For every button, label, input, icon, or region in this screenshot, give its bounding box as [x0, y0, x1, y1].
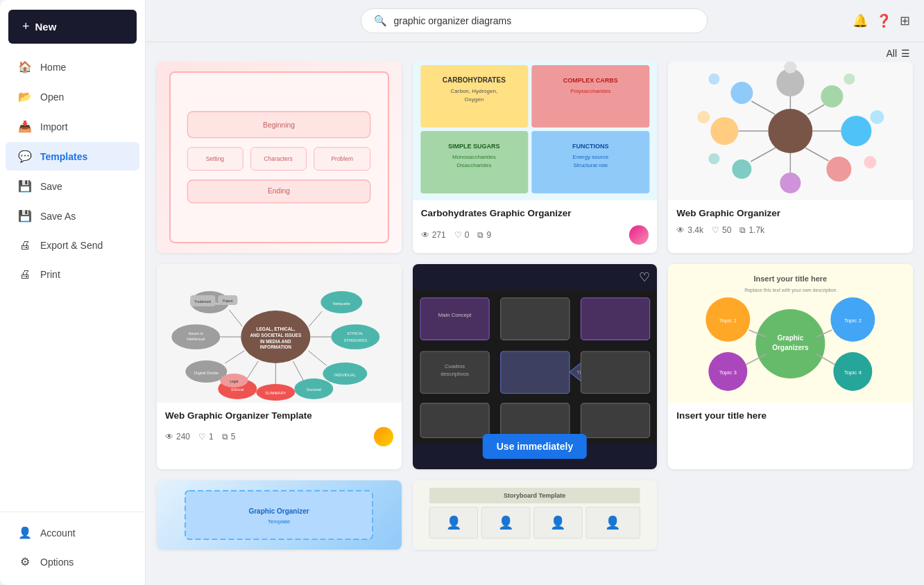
- search-icon: 🔍: [374, 15, 387, 27]
- sidebar-item-print[interactable]: 🖨 Print: [6, 261, 139, 288]
- template-stats-mindmap: 👁 240 ♡ 1 ⧉ 5: [165, 432, 235, 442]
- filter-bar: All ☰: [146, 42, 924, 62]
- export-label: Export & Send: [40, 240, 103, 251]
- storyboard-svg: Storyboard Template 👤 👤 👤 👤: [425, 484, 644, 546]
- help-icon[interactable]: ❓: [876, 13, 891, 28]
- svg-point-48: [864, 156, 877, 168]
- template-title-insert: Insert your title here: [676, 410, 905, 422]
- template-card-carbohydrates[interactable]: CARBOHYDRATES Carbon, Hydrogen, Oxygen S…: [413, 62, 658, 253]
- template-info-mindmap: Web Graphic Organizer Template 👁 240 ♡ 1…: [157, 403, 402, 455]
- copies-stat: ⧉ 1.7k: [739, 225, 764, 235]
- sidebar-item-templates[interactable]: 💬 Templates: [6, 142, 139, 171]
- template-card-partial-blue[interactable]: Graphic Organizer Template: [157, 480, 402, 550]
- author-avatar-mindmap: [374, 427, 393, 446]
- copies-count: 1.7k: [748, 225, 764, 235]
- template-card-personal-narratives[interactable]: Beginning Setting Characters Problem End…: [157, 62, 402, 253]
- eye-icon: 👁: [165, 432, 173, 442]
- svg-text:Netiquette: Netiquette: [333, 302, 350, 306]
- eye-icon: 👁: [676, 225, 685, 235]
- svg-text:descriptivos: descriptivos: [440, 371, 469, 377]
- template-card-insert-title[interactable]: Insert your title here Replace this text…: [668, 264, 913, 469]
- template-thumb-dark: Main Concept Cuadros descriptivos TEMAS …: [413, 264, 658, 469]
- sidebar-item-save-as[interactable]: 💾 Save As: [6, 202, 139, 230]
- sidebar-item-home[interactable]: 🏠 Home: [6, 53, 139, 81]
- svg-text:Topic 3: Topic 3: [719, 369, 737, 376]
- svg-text:Digital Divide: Digital Divide: [194, 371, 219, 375]
- svg-text:👤: 👤: [498, 514, 514, 530]
- svg-text:SIMPLE SUGARS: SIMPLE SUGARS: [448, 143, 500, 150]
- sidebar-item-save[interactable]: 💾 Save: [6, 172, 139, 200]
- header-icons: 🔔 ❓ ⊞: [853, 13, 910, 28]
- svg-point-31: [841, 116, 872, 146]
- save-icon: 💾: [18, 180, 32, 193]
- svg-text:Polysaccharides: Polysaccharides: [570, 88, 610, 94]
- likes-stat: ♡ 1: [198, 432, 214, 442]
- search-bar[interactable]: 🔍: [361, 8, 708, 33]
- templates-grid: Beginning Setting Characters Problem End…: [146, 62, 924, 585]
- save-as-icon: 💾: [18, 209, 32, 222]
- apps-icon[interactable]: ⊞: [900, 13, 910, 28]
- sidebar-item-account[interactable]: 👤 Account: [6, 518, 139, 547]
- heart-icon: ♡: [712, 225, 719, 235]
- partial-blue-thumb: Graphic Organizer Template: [157, 480, 402, 550]
- likes-count: 0: [465, 230, 470, 240]
- new-button[interactable]: + New: [8, 10, 137, 44]
- svg-point-34: [733, 159, 752, 179]
- sidebar-item-export[interactable]: 🖨 Export & Send: [6, 232, 139, 259]
- svg-text:Legal: Legal: [230, 379, 238, 383]
- use-immediately-button[interactable]: Use immediately: [483, 434, 588, 459]
- web-large-svg: [668, 62, 913, 200]
- sidebar-item-open[interactable]: 📂 Open: [6, 82, 139, 111]
- svg-text:Template: Template: [268, 518, 291, 525]
- views-count: 3.4k: [687, 225, 703, 235]
- notification-icon[interactable]: 🔔: [853, 13, 868, 28]
- template-card-web-large[interactable]: Web Graphic Organizer 👁 3.4k ♡ 50 ⧉: [668, 62, 913, 253]
- sidebar-item-import[interactable]: 📥 Import: [6, 112, 139, 141]
- sidebar-item-options[interactable]: ⚙ Options: [6, 548, 139, 576]
- template-card-web-template[interactable]: LEGAL, ETHICAL, AND SOCIETAL ISSUES IN M…: [157, 264, 402, 469]
- save-label: Save: [40, 181, 62, 192]
- stats-row-mindmap: 👁 240 ♡ 1 ⧉ 5: [165, 427, 393, 446]
- sidebar: + New 🏠 Home 📂 Open 📥 Import 💬 Templates…: [0, 0, 146, 585]
- search-input[interactable]: [394, 15, 694, 26]
- views-stat: 👁 240: [165, 432, 190, 442]
- print-label: Print: [40, 269, 60, 280]
- template-card-graphic-organizers[interactable]: Main Concept Cuadros descriptivos TEMAS …: [413, 264, 658, 469]
- copies-stat: ⧉ 5: [222, 432, 236, 442]
- open-label: Open: [40, 91, 64, 103]
- template-title-carbo: Carbohydrates Graphic Organizer: [421, 207, 649, 220]
- header: 🔍 🔔 ❓ ⊞: [146, 0, 924, 42]
- svg-text:Ethical: Ethical: [231, 387, 243, 392]
- svg-text:SUMMARY: SUMMARY: [265, 391, 286, 395]
- svg-text:Graphic Organizer: Graphic Organizer: [249, 507, 309, 515]
- svg-point-50: [698, 111, 710, 123]
- svg-text:Main Concept: Main Concept: [438, 312, 472, 318]
- favorite-heart-icon[interactable]: ♡: [639, 270, 650, 285]
- svg-text:Beginning: Beginning: [263, 121, 295, 129]
- svg-point-71: [331, 324, 379, 349]
- svg-rect-107: [581, 403, 649, 437]
- svg-text:Carbon, Hydrogen,: Carbon, Hydrogen,: [450, 88, 497, 94]
- options-icon: ⚙: [18, 555, 32, 568]
- svg-text:Disaccharides: Disaccharides: [456, 162, 491, 168]
- views-stat: 👁 3.4k: [676, 225, 703, 235]
- svg-text:Issues in: Issues in: [188, 331, 203, 335]
- import-label: Import: [40, 121, 68, 132]
- heart-icon: ♡: [454, 230, 462, 240]
- svg-text:Patent: Patent: [223, 299, 233, 303]
- home-label: Home: [40, 62, 66, 73]
- mindmap-svg: LEGAL, ETHICAL, AND SOCIETAL ISSUES IN M…: [157, 264, 402, 403]
- svg-text:INFORMATION: INFORMATION: [260, 344, 292, 349]
- author-avatar-carbo: [629, 225, 649, 245]
- svg-text:Ending: Ending: [268, 187, 290, 195]
- svg-rect-94: [420, 297, 489, 340]
- svg-rect-97: [581, 297, 649, 340]
- svg-text:IN MEDIA AND: IN MEDIA AND: [260, 339, 291, 344]
- svg-text:Cuadros: Cuadros: [445, 363, 465, 369]
- filter-all-button[interactable]: All ☰: [886, 48, 910, 59]
- options-label: Options: [40, 557, 74, 568]
- svg-text:Setting: Setting: [206, 155, 225, 162]
- save-as-label: Save As: [40, 211, 76, 222]
- views-count: 271: [432, 230, 446, 240]
- template-card-storyboard[interactable]: Storyboard Template 👤 👤 👤 👤: [413, 480, 658, 550]
